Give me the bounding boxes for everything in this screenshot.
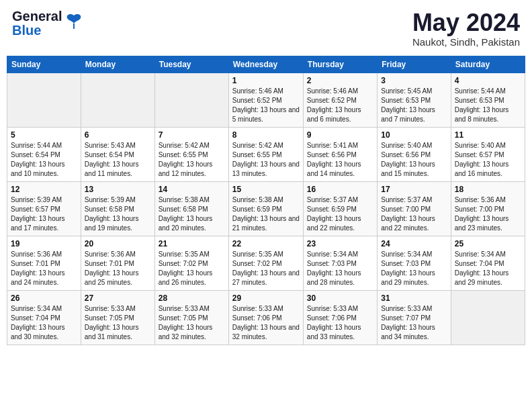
day-number: 21	[159, 239, 225, 248]
calendar-cell: 13Sunrise: 5:39 AMSunset: 6:58 PMDayligh…	[81, 181, 154, 236]
day-info: Sunrise: 5:44 AMSunset: 6:54 PMDaylight:…	[11, 141, 77, 179]
day-info: Sunrise: 5:46 AMSunset: 6:52 PMDaylight:…	[232, 87, 300, 124]
day-info: Sunrise: 5:35 AMSunset: 7:02 PMDaylight:…	[159, 250, 225, 287]
day-info: Sunrise: 5:40 AMSunset: 6:56 PMDaylight:…	[381, 141, 447, 179]
day-info: Sunrise: 5:35 AMSunset: 7:02 PMDaylight:…	[232, 250, 300, 287]
month-title: May 2024	[412, 9, 520, 36]
day-info: Sunrise: 5:36 AMSunset: 7:01 PMDaylight:…	[11, 250, 77, 287]
title-area: May 2024 Naukot, Sindh, Pakistan	[412, 9, 520, 48]
day-info: Sunrise: 5:34 AMSunset: 7:04 PMDaylight:…	[455, 250, 521, 287]
calendar-cell: 2Sunrise: 5:46 AMSunset: 6:52 PMDaylight…	[303, 73, 377, 127]
calendar-cell	[451, 290, 525, 345]
calendar-cell: 11Sunrise: 5:40 AMSunset: 6:57 PMDayligh…	[451, 127, 525, 181]
day-number: 26	[11, 293, 77, 303]
weekday-header-cell: Sunday	[7, 56, 81, 73]
weekday-header-cell: Monday	[81, 56, 154, 73]
weekday-header-cell: Thursday	[303, 56, 377, 73]
day-info: Sunrise: 5:42 AMSunset: 6:55 PMDaylight:…	[159, 141, 225, 179]
day-info: Sunrise: 5:46 AMSunset: 6:52 PMDaylight:…	[307, 87, 373, 124]
calendar-cell: 14Sunrise: 5:38 AMSunset: 6:58 PMDayligh…	[154, 181, 228, 236]
calendar-cell: 21Sunrise: 5:35 AMSunset: 7:02 PMDayligh…	[154, 236, 228, 290]
calendar-cell: 16Sunrise: 5:37 AMSunset: 6:59 PMDayligh…	[303, 181, 377, 236]
calendar-week-row: 5Sunrise: 5:44 AMSunset: 6:54 PMDaylight…	[7, 127, 525, 181]
calendar-table: SundayMondayTuesdayWednesdayThursdayFrid…	[7, 56, 525, 345]
day-number: 11	[455, 130, 521, 140]
calendar-cell: 28Sunrise: 5:33 AMSunset: 7:05 PMDayligh…	[154, 290, 228, 345]
day-info: Sunrise: 5:36 AMSunset: 7:00 PMDaylight:…	[455, 195, 521, 233]
calendar-cell: 15Sunrise: 5:38 AMSunset: 6:59 PMDayligh…	[228, 181, 303, 236]
calendar-cell: 26Sunrise: 5:34 AMSunset: 7:04 PMDayligh…	[7, 290, 81, 345]
calendar-body: 1Sunrise: 5:46 AMSunset: 6:52 PMDaylight…	[7, 73, 525, 345]
day-number: 9	[307, 130, 373, 140]
day-info: Sunrise: 5:33 AMSunset: 7:05 PMDaylight:…	[159, 304, 225, 342]
calendar-cell: 27Sunrise: 5:33 AMSunset: 7:05 PMDayligh…	[81, 290, 154, 345]
calendar-cell: 8Sunrise: 5:42 AMSunset: 6:55 PMDaylight…	[228, 127, 303, 181]
calendar-cell: 4Sunrise: 5:44 AMSunset: 6:53 PMDaylight…	[451, 73, 525, 127]
day-number: 24	[381, 239, 447, 248]
calendar-cell: 10Sunrise: 5:40 AMSunset: 6:56 PMDayligh…	[378, 127, 451, 181]
day-number: 12	[11, 185, 77, 194]
calendar-week-row: 19Sunrise: 5:36 AMSunset: 7:01 PMDayligh…	[7, 236, 525, 290]
logo-bird-icon	[64, 11, 83, 33]
day-info: Sunrise: 5:34 AMSunset: 7:03 PMDaylight:…	[381, 250, 447, 287]
day-info: Sunrise: 5:43 AMSunset: 6:54 PMDaylight:…	[85, 141, 151, 179]
calendar-cell: 17Sunrise: 5:37 AMSunset: 7:00 PMDayligh…	[378, 181, 451, 236]
calendar-cell: 22Sunrise: 5:35 AMSunset: 7:02 PMDayligh…	[228, 236, 303, 290]
calendar-cell: 6Sunrise: 5:43 AMSunset: 6:54 PMDaylight…	[81, 127, 154, 181]
day-number: 27	[85, 293, 151, 303]
calendar-cell: 19Sunrise: 5:36 AMSunset: 7:01 PMDayligh…	[7, 236, 81, 290]
day-info: Sunrise: 5:41 AMSunset: 6:56 PMDaylight:…	[307, 141, 373, 179]
calendar-week-row: 12Sunrise: 5:39 AMSunset: 6:57 PMDayligh…	[7, 181, 525, 236]
day-number: 14	[159, 185, 225, 194]
day-number: 23	[307, 239, 373, 248]
logo-general: General	[12, 9, 62, 24]
day-info: Sunrise: 5:34 AMSunset: 7:03 PMDaylight:…	[307, 250, 373, 287]
calendar-cell: 23Sunrise: 5:34 AMSunset: 7:03 PMDayligh…	[303, 236, 377, 290]
day-number: 2	[307, 76, 373, 85]
day-info: Sunrise: 5:39 AMSunset: 6:58 PMDaylight:…	[85, 195, 151, 233]
day-number: 19	[11, 239, 77, 248]
day-info: Sunrise: 5:39 AMSunset: 6:57 PMDaylight:…	[11, 195, 77, 233]
calendar-cell: 18Sunrise: 5:36 AMSunset: 7:00 PMDayligh…	[451, 181, 525, 236]
calendar-cell: 24Sunrise: 5:34 AMSunset: 7:03 PMDayligh…	[378, 236, 451, 290]
calendar-cell: 5Sunrise: 5:44 AMSunset: 6:54 PMDaylight…	[7, 127, 81, 181]
day-number: 3	[381, 76, 447, 85]
calendar-cell: 7Sunrise: 5:42 AMSunset: 6:55 PMDaylight…	[154, 127, 228, 181]
day-number: 30	[307, 293, 373, 303]
calendar-cell	[154, 73, 228, 127]
day-number: 8	[232, 130, 300, 140]
day-number: 31	[381, 293, 447, 303]
weekday-header-cell: Friday	[378, 56, 451, 73]
day-number: 20	[85, 239, 151, 248]
day-number: 15	[232, 185, 300, 194]
day-info: Sunrise: 5:38 AMSunset: 6:59 PMDaylight:…	[232, 195, 300, 233]
logo: General Blue	[12, 9, 83, 38]
calendar-cell: 3Sunrise: 5:45 AMSunset: 6:53 PMDaylight…	[378, 73, 451, 127]
day-info: Sunrise: 5:37 AMSunset: 6:59 PMDaylight:…	[307, 195, 373, 233]
day-number: 7	[159, 130, 225, 140]
calendar-cell	[7, 73, 81, 127]
calendar-week-row: 26Sunrise: 5:34 AMSunset: 7:04 PMDayligh…	[7, 290, 525, 345]
day-number: 1	[232, 76, 300, 85]
day-info: Sunrise: 5:40 AMSunset: 6:57 PMDaylight:…	[455, 141, 521, 179]
calendar-week-row: 1Sunrise: 5:46 AMSunset: 6:52 PMDaylight…	[7, 73, 525, 127]
day-info: Sunrise: 5:33 AMSunset: 7:05 PMDaylight:…	[85, 304, 151, 342]
day-number: 28	[159, 293, 225, 303]
weekday-header-row: SundayMondayTuesdayWednesdayThursdayFrid…	[7, 56, 525, 73]
calendar-cell	[81, 73, 154, 127]
day-info: Sunrise: 5:38 AMSunset: 6:58 PMDaylight:…	[159, 195, 225, 233]
weekday-header-cell: Wednesday	[228, 56, 303, 73]
day-info: Sunrise: 5:33 AMSunset: 7:07 PMDaylight:…	[381, 304, 447, 342]
day-info: Sunrise: 5:44 AMSunset: 6:53 PMDaylight:…	[455, 87, 521, 124]
day-number: 16	[307, 185, 373, 194]
day-number: 6	[85, 130, 151, 140]
day-number: 5	[11, 130, 77, 140]
day-number: 17	[381, 185, 447, 194]
calendar-cell: 25Sunrise: 5:34 AMSunset: 7:04 PMDayligh…	[451, 236, 525, 290]
location-title: Naukot, Sindh, Pakistan	[412, 36, 520, 48]
calendar-cell: 31Sunrise: 5:33 AMSunset: 7:07 PMDayligh…	[378, 290, 451, 345]
day-number: 18	[455, 185, 521, 194]
day-info: Sunrise: 5:33 AMSunset: 7:06 PMDaylight:…	[307, 304, 373, 342]
calendar-cell: 1Sunrise: 5:46 AMSunset: 6:52 PMDaylight…	[228, 73, 303, 127]
day-info: Sunrise: 5:33 AMSunset: 7:06 PMDaylight:…	[232, 304, 300, 342]
